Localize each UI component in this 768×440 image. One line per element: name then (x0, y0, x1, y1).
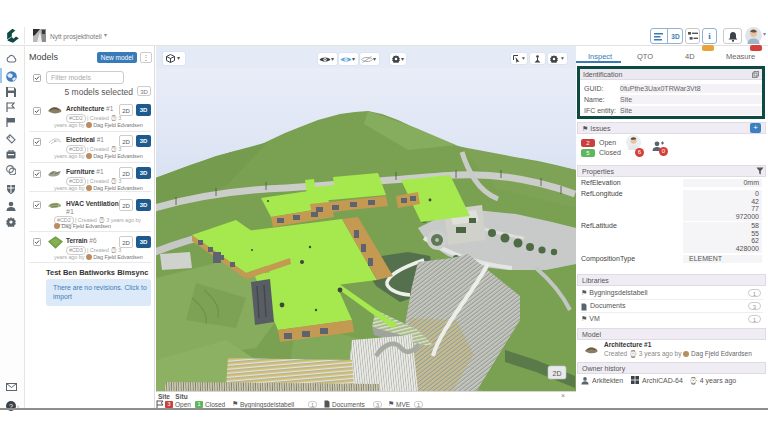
svg-text:2D: 2D (553, 370, 562, 377)
